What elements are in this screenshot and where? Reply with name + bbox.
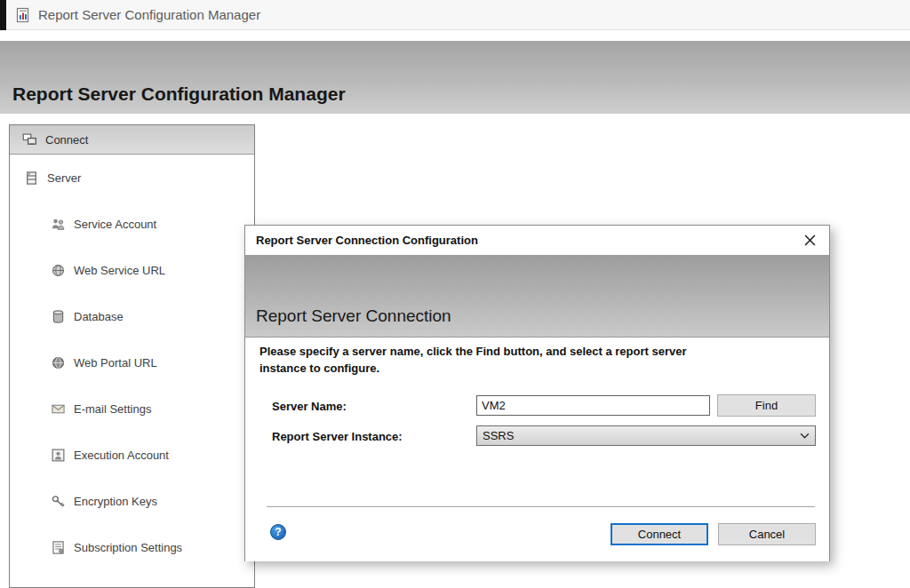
divider xyxy=(267,506,815,507)
sidebar-item-label: Web Portal URL xyxy=(74,356,157,369)
cancel-button[interactable]: Cancel xyxy=(718,523,816,545)
help-icon[interactable]: ? xyxy=(270,524,286,540)
sidebar-item-label: E-mail Settings xyxy=(74,402,151,416)
sidebar-item-web-portal-url[interactable]: Web Portal URL xyxy=(10,339,254,385)
sidebar-nav: Connect Server xyxy=(9,124,255,588)
sidebar-item-label: Execution Account xyxy=(74,449,169,462)
chevron-down-icon xyxy=(800,433,810,439)
banner: Report Server Configuration Manager xyxy=(0,41,910,114)
sidebar-item-connect[interactable]: Connect xyxy=(10,125,254,155)
sidebar-item-subscription-settings[interactable]: Subscription Settings xyxy=(10,524,254,570)
connect-icon xyxy=(22,132,37,147)
app-window: Report Server Configuration Manager Repo… xyxy=(0,0,910,588)
window-title: Report Server Configuration Manager xyxy=(38,7,260,22)
dialog-body: Please specify a server name, click the … xyxy=(245,338,829,561)
dialog-header-banner: Report Server Connection xyxy=(245,255,829,338)
page-title: Report Server Configuration Manager xyxy=(12,83,346,105)
service-account-icon xyxy=(51,217,66,232)
connection-dialog: Report Server Connection Configuration R… xyxy=(244,225,830,561)
sidebar-item-server[interactable]: Server xyxy=(10,155,254,201)
server-name-input[interactable] xyxy=(476,395,710,416)
selected-instance-value: SSRS xyxy=(483,429,514,442)
sidebar-item-label: Subscription Settings xyxy=(74,541,182,554)
execution-account-icon xyxy=(51,448,66,463)
app-icon xyxy=(15,7,31,23)
close-icon[interactable] xyxy=(797,229,822,252)
email-settings-icon xyxy=(51,401,66,417)
sidebar-item-label: Encryption Keys xyxy=(74,495,157,508)
report-server-instance-label: Report Server Instance: xyxy=(272,430,403,443)
sidebar-item-label: Connect xyxy=(45,133,88,147)
database-icon xyxy=(51,309,66,324)
dialog-instruction: Please specify a server name, click the … xyxy=(259,344,717,377)
dialog-titlebar[interactable]: Report Server Connection Configuration xyxy=(245,226,829,255)
sidebar-item-label: Service Account xyxy=(74,218,156,231)
server-name-label: Server Name: xyxy=(272,400,347,413)
sidebar-item-label: Server xyxy=(47,171,81,185)
web-portal-url-icon xyxy=(51,355,66,370)
window-edge-strip xyxy=(0,0,6,30)
dialog-title: Report Server Connection Configuration xyxy=(256,234,478,247)
sidebar-item-execution-account[interactable]: Execution Account xyxy=(10,432,254,478)
window-titlebar[interactable]: Report Server Configuration Manager xyxy=(0,0,910,30)
encryption-keys-icon xyxy=(51,494,66,509)
sidebar-item-label: Web Service URL xyxy=(74,264,165,277)
dialog-header-title: Report Server Connection xyxy=(256,306,451,326)
web-service-url-icon xyxy=(51,263,66,278)
sidebar-item-encryption-keys[interactable]: Encryption Keys xyxy=(10,478,254,524)
sidebar-item-service-account[interactable]: Service Account xyxy=(10,201,254,247)
find-button[interactable]: Find xyxy=(717,394,816,417)
sidebar-item-label: Database xyxy=(74,310,124,323)
sidebar-item-database[interactable]: Database xyxy=(10,293,254,339)
connect-button[interactable]: Connect xyxy=(611,523,708,545)
sidebar-item-email-settings[interactable]: E-mail Settings xyxy=(10,385,254,432)
subscription-settings-icon xyxy=(51,540,66,555)
server-icon xyxy=(24,171,39,186)
sidebar-item-web-service-url[interactable]: Web Service URL xyxy=(10,247,254,293)
report-server-instance-select[interactable]: SSRS xyxy=(476,425,816,446)
